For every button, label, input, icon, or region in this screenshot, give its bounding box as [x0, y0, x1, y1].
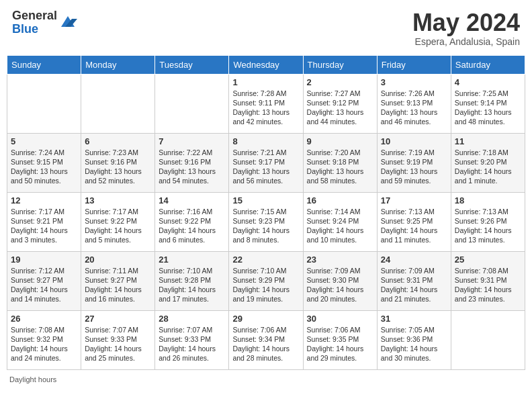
calendar-cell	[7, 74, 81, 133]
calendar-cell: 26Sunrise: 7:08 AMSunset: 9:32 PMDayligh…	[7, 310, 81, 369]
calendar-cell: 5Sunrise: 7:24 AMSunset: 9:15 PMDaylight…	[7, 133, 81, 192]
calendar-header-cell: Thursday	[303, 55, 377, 74]
day-info: Sunrise: 7:28 AMSunset: 9:11 PMDaylight:…	[232, 89, 299, 127]
day-number: 8	[232, 136, 299, 146]
day-info: Sunrise: 7:12 AMSunset: 9:27 PMDaylight:…	[11, 266, 77, 304]
logo-icon	[58, 13, 77, 32]
day-info: Sunrise: 7:05 AMSunset: 9:36 PMDaylight:…	[381, 325, 447, 363]
calendar-cell: 10Sunrise: 7:19 AMSunset: 9:19 PMDayligh…	[377, 133, 451, 192]
day-number: 23	[307, 255, 373, 265]
footer-text: Daylight hours	[9, 375, 56, 383]
day-info: Sunrise: 7:08 AMSunset: 9:32 PMDaylight:…	[11, 325, 77, 363]
day-info: Sunrise: 7:22 AMSunset: 9:16 PMDaylight:…	[159, 148, 225, 186]
calendar-cell: 12Sunrise: 7:17 AMSunset: 9:21 PMDayligh…	[7, 192, 81, 251]
calendar-body: 1Sunrise: 7:28 AMSunset: 9:11 PMDaylight…	[7, 74, 525, 369]
day-number: 25	[455, 255, 521, 265]
day-number: 16	[307, 195, 373, 205]
day-info: Sunrise: 7:17 AMSunset: 9:22 PMDaylight:…	[85, 207, 151, 245]
day-number: 9	[307, 136, 373, 146]
day-number: 31	[381, 314, 447, 324]
day-number: 11	[455, 136, 521, 146]
day-number: 17	[381, 195, 447, 205]
day-info: Sunrise: 7:20 AMSunset: 9:18 PMDaylight:…	[307, 148, 373, 186]
day-number: 3	[381, 77, 447, 87]
calendar-header-cell: Friday	[377, 55, 451, 74]
day-info: Sunrise: 7:21 AMSunset: 9:17 PMDaylight:…	[232, 148, 299, 186]
day-info: Sunrise: 7:07 AMSunset: 9:33 PMDaylight:…	[85, 325, 151, 363]
day-number: 28	[159, 314, 225, 324]
day-number: 14	[159, 195, 225, 205]
day-number: 13	[85, 195, 151, 205]
calendar-week-row: 1Sunrise: 7:28 AMSunset: 9:11 PMDaylight…	[7, 74, 525, 133]
day-info: Sunrise: 7:09 AMSunset: 9:30 PMDaylight:…	[307, 266, 373, 304]
calendar-cell: 1Sunrise: 7:28 AMSunset: 9:11 PMDaylight…	[229, 74, 303, 133]
day-info: Sunrise: 7:06 AMSunset: 9:35 PMDaylight:…	[307, 325, 373, 363]
calendar-cell: 9Sunrise: 7:20 AMSunset: 9:18 PMDaylight…	[303, 133, 377, 192]
day-number: 24	[381, 255, 447, 265]
calendar-week-row: 26Sunrise: 7:08 AMSunset: 9:32 PMDayligh…	[7, 310, 525, 369]
calendar-header-cell: Monday	[81, 55, 155, 74]
logo-blue: Blue	[12, 23, 57, 36]
calendar-header-cell: Sunday	[7, 55, 81, 74]
day-info: Sunrise: 7:24 AMSunset: 9:15 PMDaylight:…	[11, 148, 77, 186]
day-number: 18	[455, 195, 521, 205]
day-info: Sunrise: 7:09 AMSunset: 9:31 PMDaylight:…	[381, 266, 447, 304]
calendar-cell: 22Sunrise: 7:10 AMSunset: 9:29 PMDayligh…	[229, 251, 303, 310]
day-info: Sunrise: 7:23 AMSunset: 9:16 PMDaylight:…	[85, 148, 151, 186]
day-number: 26	[11, 314, 77, 324]
day-info: Sunrise: 7:10 AMSunset: 9:28 PMDaylight:…	[159, 266, 225, 304]
calendar-week-row: 5Sunrise: 7:24 AMSunset: 9:15 PMDaylight…	[7, 133, 525, 192]
month-title: May 2024	[412, 9, 520, 36]
day-info: Sunrise: 7:26 AMSunset: 9:13 PMDaylight:…	[381, 89, 447, 127]
day-number: 22	[232, 255, 299, 265]
calendar-cell: 24Sunrise: 7:09 AMSunset: 9:31 PMDayligh…	[377, 251, 451, 310]
day-info: Sunrise: 7:25 AMSunset: 9:14 PMDaylight:…	[455, 89, 521, 127]
calendar-cell: 20Sunrise: 7:11 AMSunset: 9:27 PMDayligh…	[81, 251, 155, 310]
calendar-header-cell: Saturday	[451, 55, 525, 74]
day-number: 2	[307, 77, 373, 87]
day-info: Sunrise: 7:13 AMSunset: 9:26 PMDaylight:…	[455, 207, 521, 245]
location: Espera, Andalusia, Spain	[412, 36, 520, 47]
day-info: Sunrise: 7:27 AMSunset: 9:12 PMDaylight:…	[307, 89, 373, 127]
calendar-cell: 8Sunrise: 7:21 AMSunset: 9:17 PMDaylight…	[229, 133, 303, 192]
calendar-cell	[155, 74, 229, 133]
calendar-cell: 31Sunrise: 7:05 AMSunset: 9:36 PMDayligh…	[377, 310, 451, 369]
calendar-cell: 18Sunrise: 7:13 AMSunset: 9:26 PMDayligh…	[451, 192, 525, 251]
calendar-cell: 21Sunrise: 7:10 AMSunset: 9:28 PMDayligh…	[155, 251, 229, 310]
day-info: Sunrise: 7:07 AMSunset: 9:33 PMDaylight:…	[159, 325, 225, 363]
logo: General Blue	[12, 9, 77, 36]
calendar-cell: 14Sunrise: 7:16 AMSunset: 9:22 PMDayligh…	[155, 192, 229, 251]
calendar-cell	[451, 310, 525, 369]
footer: Daylight hours	[7, 375, 525, 383]
day-info: Sunrise: 7:17 AMSunset: 9:21 PMDaylight:…	[11, 207, 77, 245]
day-number: 27	[85, 314, 151, 324]
logo-text: General Blue	[12, 9, 57, 36]
calendar-cell	[81, 74, 155, 133]
calendar-cell: 27Sunrise: 7:07 AMSunset: 9:33 PMDayligh…	[81, 310, 155, 369]
calendar-cell: 11Sunrise: 7:18 AMSunset: 9:20 PMDayligh…	[451, 133, 525, 192]
day-info: Sunrise: 7:06 AMSunset: 9:34 PMDaylight:…	[232, 325, 299, 363]
calendar-header-cell: Wednesday	[229, 55, 303, 74]
calendar-table: SundayMondayTuesdayWednesdayThursdayFrid…	[7, 55, 525, 370]
day-number: 12	[11, 195, 77, 205]
day-info: Sunrise: 7:16 AMSunset: 9:22 PMDaylight:…	[159, 207, 225, 245]
calendar-cell: 6Sunrise: 7:23 AMSunset: 9:16 PMDaylight…	[81, 133, 155, 192]
day-info: Sunrise: 7:18 AMSunset: 9:20 PMDaylight:…	[455, 148, 521, 186]
day-info: Sunrise: 7:10 AMSunset: 9:29 PMDaylight:…	[232, 266, 299, 304]
day-number: 30	[307, 314, 373, 324]
calendar-cell: 16Sunrise: 7:14 AMSunset: 9:24 PMDayligh…	[303, 192, 377, 251]
day-number: 21	[159, 255, 225, 265]
logo-general: General	[12, 9, 57, 23]
calendar-cell: 19Sunrise: 7:12 AMSunset: 9:27 PMDayligh…	[7, 251, 81, 310]
calendar-cell: 4Sunrise: 7:25 AMSunset: 9:14 PMDaylight…	[451, 74, 525, 133]
day-number: 19	[11, 255, 77, 265]
day-number: 20	[85, 255, 151, 265]
calendar-cell: 13Sunrise: 7:17 AMSunset: 9:22 PMDayligh…	[81, 192, 155, 251]
day-info: Sunrise: 7:13 AMSunset: 9:25 PMDaylight:…	[381, 207, 447, 245]
day-info: Sunrise: 7:11 AMSunset: 9:27 PMDaylight:…	[85, 266, 151, 304]
calendar-cell: 23Sunrise: 7:09 AMSunset: 9:30 PMDayligh…	[303, 251, 377, 310]
calendar-cell: 25Sunrise: 7:08 AMSunset: 9:31 PMDayligh…	[451, 251, 525, 310]
page-header: General Blue May 2024 Espera, Andalusia,…	[7, 7, 525, 50]
day-number: 1	[232, 77, 299, 87]
day-info: Sunrise: 7:08 AMSunset: 9:31 PMDaylight:…	[455, 266, 521, 304]
